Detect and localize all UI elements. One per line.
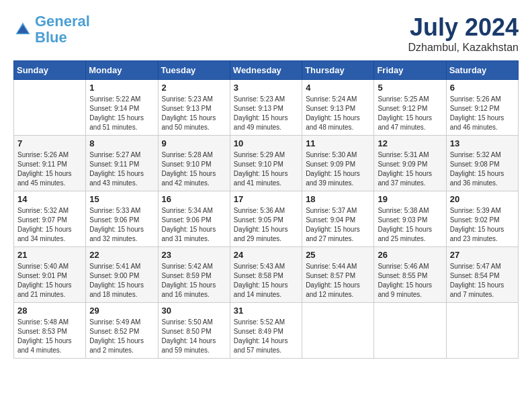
- calendar-week-row: 1Sunrise: 5:22 AMSunset: 9:14 PMDaylight…: [14, 80, 519, 136]
- day-number: 26: [378, 250, 442, 260]
- calendar-day-cell: 18Sunrise: 5:37 AMSunset: 9:04 PMDayligh…: [302, 191, 374, 247]
- calendar-day-cell: 20Sunrise: 5:39 AMSunset: 9:02 PMDayligh…: [446, 191, 518, 247]
- day-number: 2: [162, 83, 226, 93]
- day-number: 11: [306, 138, 370, 148]
- day-number: 30: [162, 306, 226, 316]
- day-info: Sunrise: 5:24 AMSunset: 9:13 PMDaylight:…: [306, 95, 370, 132]
- day-info: Sunrise: 5:28 AMSunset: 9:10 PMDaylight:…: [162, 150, 226, 188]
- calendar-day-cell: 22Sunrise: 5:41 AMSunset: 9:00 PMDayligh…: [86, 247, 158, 303]
- calendar-day-cell: 3Sunrise: 5:23 AMSunset: 9:13 PMDaylight…: [230, 80, 302, 136]
- page-header: General Blue July 2024 Dzhambul, Kazakhs…: [13, 13, 519, 54]
- day-info: Sunrise: 5:31 AMSunset: 9:09 PMDaylight:…: [378, 150, 442, 188]
- day-number: 21: [17, 250, 82, 260]
- day-number: 6: [450, 83, 515, 93]
- day-number: 28: [17, 306, 82, 316]
- day-number: 25: [306, 250, 370, 260]
- day-info: Sunrise: 5:23 AMSunset: 9:13 PMDaylight:…: [234, 95, 298, 132]
- calendar-week-row: 28Sunrise: 5:48 AMSunset: 8:53 PMDayligh…: [14, 303, 519, 359]
- calendar-day-cell: 13Sunrise: 5:32 AMSunset: 9:08 PMDayligh…: [446, 136, 518, 191]
- day-number: 12: [378, 138, 442, 148]
- calendar-day-cell: 30Sunrise: 5:50 AMSunset: 8:50 PMDayligh…: [158, 303, 230, 359]
- calendar-day-cell: 1Sunrise: 5:22 AMSunset: 9:14 PMDaylight…: [86, 80, 158, 136]
- calendar-day-cell: 29Sunrise: 5:49 AMSunset: 8:52 PMDayligh…: [86, 303, 158, 359]
- day-number: 20: [450, 194, 515, 204]
- calendar-day-cell: 26Sunrise: 5:46 AMSunset: 8:55 PMDayligh…: [374, 247, 446, 303]
- calendar-day-cell: [446, 303, 518, 359]
- logo: General Blue: [13, 13, 90, 46]
- calendar-day-cell: 16Sunrise: 5:34 AMSunset: 9:06 PMDayligh…: [158, 191, 230, 247]
- day-info: Sunrise: 5:25 AMSunset: 9:12 PMDaylight:…: [378, 95, 442, 132]
- calendar-day-cell: 23Sunrise: 5:42 AMSunset: 8:59 PMDayligh…: [158, 247, 230, 303]
- weekday-header-cell: Wednesday: [230, 61, 302, 80]
- weekday-header-cell: Tuesday: [158, 61, 230, 80]
- calendar-day-cell: 9Sunrise: 5:28 AMSunset: 9:10 PMDaylight…: [158, 136, 230, 191]
- day-number: 5: [378, 83, 442, 93]
- day-info: Sunrise: 5:40 AMSunset: 9:01 PMDaylight:…: [17, 262, 82, 300]
- calendar-day-cell: 28Sunrise: 5:48 AMSunset: 8:53 PMDayligh…: [14, 303, 86, 359]
- calendar-day-cell: 27Sunrise: 5:47 AMSunset: 8:54 PMDayligh…: [446, 247, 518, 303]
- calendar-day-cell: 15Sunrise: 5:33 AMSunset: 9:06 PMDayligh…: [86, 191, 158, 247]
- day-number: 14: [17, 194, 82, 204]
- day-info: Sunrise: 5:32 AMSunset: 9:08 PMDaylight:…: [450, 150, 515, 188]
- day-number: 8: [89, 138, 154, 148]
- day-info: Sunrise: 5:46 AMSunset: 8:55 PMDaylight:…: [378, 262, 442, 300]
- day-number: 31: [234, 306, 298, 316]
- day-info: Sunrise: 5:42 AMSunset: 8:59 PMDaylight:…: [162, 262, 226, 300]
- calendar-day-cell: 19Sunrise: 5:38 AMSunset: 9:03 PMDayligh…: [374, 191, 446, 247]
- calendar-day-cell: 17Sunrise: 5:36 AMSunset: 9:05 PMDayligh…: [230, 191, 302, 247]
- day-info: Sunrise: 5:38 AMSunset: 9:03 PMDaylight:…: [378, 206, 442, 244]
- calendar-day-cell: 12Sunrise: 5:31 AMSunset: 9:09 PMDayligh…: [374, 136, 446, 191]
- day-number: 18: [306, 194, 370, 204]
- calendar-day-cell: 8Sunrise: 5:27 AMSunset: 9:11 PMDaylight…: [86, 136, 158, 191]
- day-info: Sunrise: 5:48 AMSunset: 8:53 PMDaylight:…: [17, 318, 82, 355]
- day-number: 15: [89, 194, 154, 204]
- day-info: Sunrise: 5:26 AMSunset: 9:11 PMDaylight:…: [17, 150, 82, 188]
- calendar-day-cell: 7Sunrise: 5:26 AMSunset: 9:11 PMDaylight…: [14, 136, 86, 191]
- calendar-day-cell: 4Sunrise: 5:24 AMSunset: 9:13 PMDaylight…: [302, 80, 374, 136]
- day-number: 16: [162, 194, 226, 204]
- calendar-day-cell: [14, 80, 86, 136]
- day-info: Sunrise: 5:47 AMSunset: 8:54 PMDaylight:…: [450, 262, 515, 300]
- weekday-header-cell: Monday: [86, 61, 158, 80]
- day-info: Sunrise: 5:52 AMSunset: 8:49 PMDaylight:…: [234, 318, 298, 355]
- day-info: Sunrise: 5:34 AMSunset: 9:06 PMDaylight:…: [162, 206, 226, 244]
- day-number: 10: [234, 138, 298, 148]
- location-subtitle: Dzhambul, Kazakhstan: [408, 42, 519, 54]
- day-info: Sunrise: 5:43 AMSunset: 8:58 PMDaylight:…: [234, 262, 298, 300]
- logo-text: General Blue: [35, 13, 90, 46]
- weekday-header-row: SundayMondayTuesdayWednesdayThursdayFrid…: [14, 61, 519, 80]
- calendar-day-cell: 24Sunrise: 5:43 AMSunset: 8:58 PMDayligh…: [230, 247, 302, 303]
- day-number: 19: [378, 194, 442, 204]
- day-info: Sunrise: 5:30 AMSunset: 9:09 PMDaylight:…: [306, 150, 370, 188]
- calendar-day-cell: 2Sunrise: 5:23 AMSunset: 9:13 PMDaylight…: [158, 80, 230, 136]
- day-info: Sunrise: 5:41 AMSunset: 9:00 PMDaylight:…: [89, 262, 154, 300]
- calendar-day-cell: 11Sunrise: 5:30 AMSunset: 9:09 PMDayligh…: [302, 136, 374, 191]
- calendar-table: SundayMondayTuesdayWednesdayThursdayFrid…: [13, 60, 519, 359]
- day-number: 22: [89, 250, 154, 260]
- calendar-day-cell: [302, 303, 374, 359]
- day-info: Sunrise: 5:33 AMSunset: 9:06 PMDaylight:…: [89, 206, 154, 244]
- day-info: Sunrise: 5:26 AMSunset: 9:12 PMDaylight:…: [450, 95, 515, 132]
- weekday-header-cell: Sunday: [14, 61, 86, 80]
- day-info: Sunrise: 5:39 AMSunset: 9:02 PMDaylight:…: [450, 206, 515, 244]
- day-info: Sunrise: 5:36 AMSunset: 9:05 PMDaylight:…: [234, 206, 298, 244]
- day-number: 1: [89, 83, 154, 93]
- calendar-week-row: 14Sunrise: 5:32 AMSunset: 9:07 PMDayligh…: [14, 191, 519, 247]
- calendar-week-row: 7Sunrise: 5:26 AMSunset: 9:11 PMDaylight…: [14, 136, 519, 191]
- day-info: Sunrise: 5:37 AMSunset: 9:04 PMDaylight:…: [306, 206, 370, 244]
- day-number: 7: [17, 138, 82, 148]
- day-info: Sunrise: 5:29 AMSunset: 9:10 PMDaylight:…: [234, 150, 298, 188]
- logo-icon: [13, 20, 32, 39]
- day-number: 4: [306, 83, 370, 93]
- day-info: Sunrise: 5:22 AMSunset: 9:14 PMDaylight:…: [89, 95, 154, 132]
- day-number: 17: [234, 194, 298, 204]
- calendar-day-cell: 14Sunrise: 5:32 AMSunset: 9:07 PMDayligh…: [14, 191, 86, 247]
- calendar-day-cell: 25Sunrise: 5:44 AMSunset: 8:57 PMDayligh…: [302, 247, 374, 303]
- calendar-day-cell: 31Sunrise: 5:52 AMSunset: 8:49 PMDayligh…: [230, 303, 302, 359]
- day-number: 3: [234, 83, 298, 93]
- day-number: 13: [450, 138, 515, 148]
- day-info: Sunrise: 5:44 AMSunset: 8:57 PMDaylight:…: [306, 262, 370, 300]
- weekday-header-cell: Thursday: [302, 61, 374, 80]
- day-number: 27: [450, 250, 515, 260]
- calendar-day-cell: 10Sunrise: 5:29 AMSunset: 9:10 PMDayligh…: [230, 136, 302, 191]
